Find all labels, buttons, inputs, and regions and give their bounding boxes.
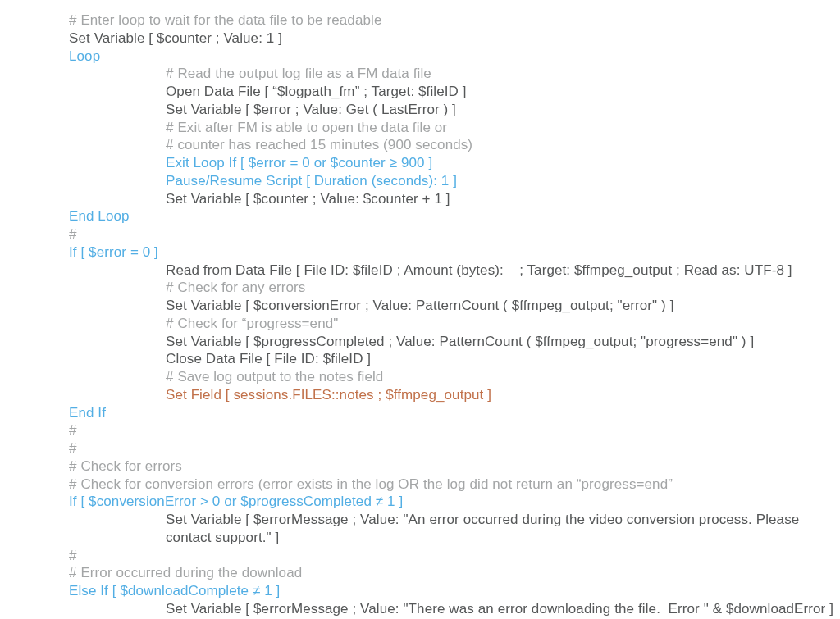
script-line: # Check for conversion errors (error exi… xyxy=(69,476,840,494)
script-line: End If xyxy=(69,404,840,422)
script-line: Set Variable [ $error ; Value: Get ( Las… xyxy=(69,101,840,119)
script-line: End Loop xyxy=(69,207,840,225)
script-line: Set Variable [ $progressCompleted ; Valu… xyxy=(69,333,840,351)
script-line: If [ $conversionError > 0 or $progressCo… xyxy=(69,493,840,511)
script-line: # Check for errors xyxy=(69,457,840,476)
script-line: Open Data File [ “$logpath_fm” ; Target:… xyxy=(69,83,840,101)
script-line: Set Variable [ $counter ; Value: $counte… xyxy=(69,190,840,208)
script-line: # Enter loop to wait for the data file t… xyxy=(69,11,840,30)
script-line: Set Variable [ $errorMessage ; Value: "A… xyxy=(69,511,840,547)
script-line: # xyxy=(69,547,840,565)
script-container: # Enter loop to wait for the data file t… xyxy=(69,11,840,619)
script-line: Exit Loop If [ $error = 0 or $counter ≥ … xyxy=(69,154,840,172)
script-line: Close Data File [ File ID: $fileID ] xyxy=(69,350,840,368)
script-line: Set Variable [ $counter ; Value: 1 ] xyxy=(69,30,840,48)
script-line: # xyxy=(69,421,840,439)
script-line: Loop xyxy=(69,48,840,66)
script-line: # Read the output log file as a FM data … xyxy=(69,65,840,83)
script-line: # Save log output to the notes field xyxy=(69,368,840,386)
script-line: # xyxy=(69,439,840,457)
script-line: If [ $error = 0 ] xyxy=(69,244,840,262)
script-line: # Check for any errors xyxy=(69,279,840,297)
script-line: Set Variable [ $conversionError ; Value:… xyxy=(69,297,840,315)
script-line: # Error occurred during the download xyxy=(69,564,840,582)
script-line: # Check for “progress=end" xyxy=(69,315,840,333)
script-line: # counter has reached 15 minutes (900 se… xyxy=(69,136,840,154)
script-line: # xyxy=(69,225,840,244)
script-line: Set Variable [ $errorMessage ; Value: "T… xyxy=(69,600,840,618)
script-line: Else If [ $downloadComplete ≠ 1 ] xyxy=(69,582,840,600)
script-line: # Exit after FM is able to open the data… xyxy=(69,119,840,137)
script-line: Pause/Resume Script [ Duration (seconds)… xyxy=(69,172,840,190)
script-line: Read from Data File [ File ID: $fileID ;… xyxy=(69,262,840,280)
script-line: Set Field [ sessions.FILES::notes ; $ffm… xyxy=(69,386,840,404)
